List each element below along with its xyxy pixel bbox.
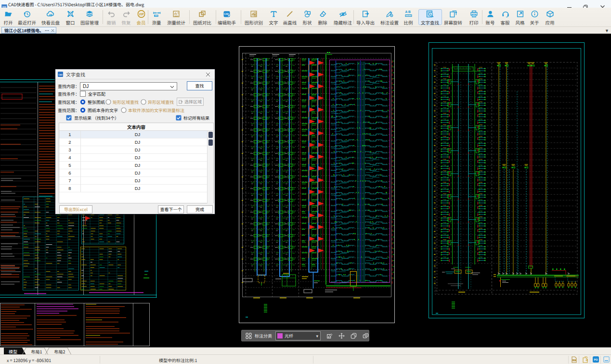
svg-text:MM: MM xyxy=(155,14,157,17)
svg-text:布局2: 布局2 xyxy=(54,349,65,355)
svg-text:CAD: CAD xyxy=(224,13,229,15)
svg-text:A:B: A:B xyxy=(405,10,411,13)
svg-text:PDF: PDF xyxy=(573,359,576,361)
svg-text:CAD: CAD xyxy=(58,73,63,75)
svg-text:PO: PO xyxy=(594,358,598,361)
svg-text:布局1: 布局1 xyxy=(31,349,42,355)
svg-text:模型: 模型 xyxy=(9,349,17,355)
svg-text:VIP: VIP xyxy=(139,12,144,15)
